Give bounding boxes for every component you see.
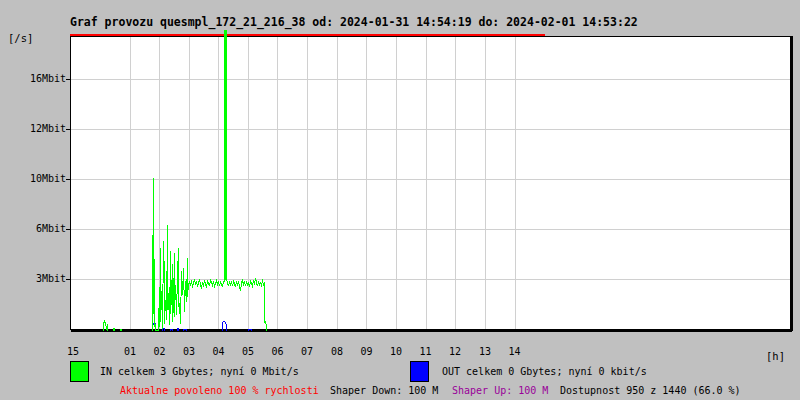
x-axis-tick-label: 10: [390, 346, 402, 358]
x-axis-tick-label: 04: [212, 346, 224, 358]
in-series-line: [121, 329, 122, 330]
x-axis-tick-label: 11: [419, 346, 431, 358]
x-axis-tick-label: 08: [331, 346, 343, 358]
x-axis-tick-label: 01: [124, 346, 136, 358]
legend-in-label: IN celkem 3 Gbytes; nyní 0 Mbit/s: [100, 366, 299, 378]
y-axis-tick-label: 16Mbit: [8, 73, 66, 85]
graph-title: Graf provozu quesmpl_172_21_216_38 od: 2…: [70, 15, 638, 29]
x-axis-tick-label: 14: [508, 346, 520, 358]
traffic-chart-plot: [70, 30, 794, 334]
y-axis-tick-label: 10Mbit: [8, 173, 66, 185]
shaper-down-text: Shaper Down: 100 M: [330, 385, 438, 397]
x-axis-tick-label: 09: [360, 346, 372, 358]
x-axis-tick-label: 12: [449, 346, 461, 358]
y-axis-tick-label: 6Mbit: [8, 223, 66, 235]
x-axis-tick-label: 07: [301, 346, 313, 358]
legend-out-swatch: [410, 361, 429, 382]
legend-in-swatch: [70, 361, 89, 382]
x-axis-tick-label: 13: [479, 346, 491, 358]
x-axis-tick-label: 05: [242, 346, 254, 358]
x-axis-tick-label: 06: [271, 346, 283, 358]
shaper-up-text: Shaper Up: 100 M: [452, 385, 548, 397]
legend-out-label: OUT celkem 0 Gbytes; nyní 0 kbit/s: [442, 366, 647, 378]
x-axis-tick-label: 03: [183, 346, 195, 358]
y-axis-tick-label: 3Mbit: [8, 273, 66, 285]
in-series-line: [114, 329, 115, 331]
availability-text: Dostupnost 950 z 1440 (66.0 %): [560, 385, 741, 397]
x-axis-unit-label: [h]: [766, 350, 785, 362]
x-axis-tick-label: 15: [67, 346, 79, 358]
x-axis-tick-label: 02: [153, 346, 165, 358]
y-axis-unit-label: [/s]: [8, 32, 33, 44]
out-series-line: [178, 329, 179, 331]
traffic-graph-page: { "title": "Graf provozu quesmpl_172_21_…: [0, 0, 800, 400]
y-axis-tick-label: 12Mbit: [8, 123, 66, 135]
allowed-speed-text: Aktualne povoleno 100 % rychlosti: [120, 385, 319, 397]
